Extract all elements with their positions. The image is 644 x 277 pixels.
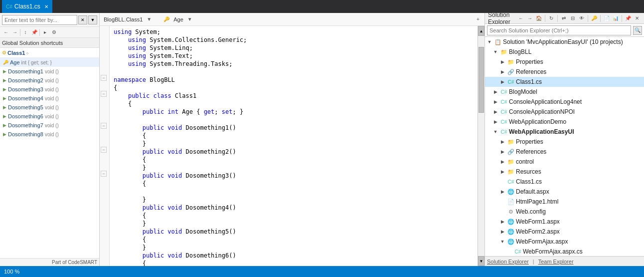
se-collapse-btn[interactable]: ⊟	[569, 14, 577, 22]
collapse-method3-btn[interactable]: −	[101, 171, 107, 177]
se-sync-btn[interactable]: ⇄	[560, 14, 568, 22]
se-close-btn[interactable]: ✕	[633, 14, 641, 22]
expand-blogmodel-btn[interactable]: ▶	[492, 88, 499, 95]
expand-webappeasyui-btn[interactable]: ▼	[492, 128, 499, 135]
expand-references-btn[interactable]: ▶	[499, 68, 506, 75]
se-nav-fwd-btn[interactable]: →	[526, 14, 534, 22]
code-text-area[interactable]: using System; using System.Collections.G…	[110, 26, 478, 266]
more-btn[interactable]: ▸	[41, 28, 49, 36]
se-home-btn[interactable]: 🏠	[535, 14, 543, 22]
collapse-method1-btn[interactable]: −	[101, 123, 107, 129]
se-properties-btn[interactable]: 🔑	[590, 14, 598, 22]
member-dosomething3[interactable]: ▶ Dosomething3 void ()	[0, 85, 99, 94]
se-search-input[interactable]	[487, 25, 631, 35]
member-dosomething2[interactable]: ▶ Dosomething2 void ()	[0, 76, 99, 85]
settings-btn[interactable]: ⚙	[50, 28, 58, 36]
expand-webform2-btn[interactable]: ▶	[499, 228, 506, 235]
se-references-item[interactable]: ▶ 🔗 References	[485, 67, 644, 77]
expand-webappdemo-btn[interactable]: ▶	[492, 118, 499, 125]
properties-label: Properties	[516, 58, 543, 65]
expand-webformajax-btn[interactable]: ▼	[499, 238, 506, 245]
se-solution-explorer-tab[interactable]: Solution Explorer	[487, 259, 529, 265]
expand-solution-btn[interactable]: ▼	[486, 38, 493, 45]
se-preview-btn[interactable]: 📄	[603, 14, 611, 22]
expand-properties-btn[interactable]: ▶	[499, 58, 506, 65]
scroll-up-btn[interactable]: ▲	[478, 26, 484, 36]
se-show-all-btn[interactable]: 👁	[578, 14, 586, 22]
expand-control-btn[interactable]: ▶	[499, 158, 506, 165]
se-webformajax[interactable]: ▼ 🌐 WebFormAjax.aspx	[485, 237, 644, 247]
expand-default-btn[interactable]: ▶	[499, 188, 506, 195]
member-dosomething6[interactable]: ▶ Dosomething6 void ()	[0, 112, 99, 121]
tab-close-btn[interactable]: ✕	[44, 4, 48, 9]
se-search-btn[interactable]: 🔍	[633, 26, 642, 35]
filter-clear-btn[interactable]: ✕	[78, 15, 87, 24]
se-team-explorer-tab[interactable]: Team Explorer	[538, 259, 574, 265]
code-line-3: using System.Linq;	[114, 44, 474, 52]
se-webform2[interactable]: ▶ 🌐 WebForm2.aspx	[485, 227, 644, 237]
se-class1-item[interactable]: ▶ C# Class1.cs	[485, 77, 644, 87]
member-dosomething1[interactable]: ▶ Dosomething1 void ()	[0, 67, 99, 76]
se-default-aspx[interactable]: ▶ 🌐 Default.aspx	[485, 187, 644, 197]
class-item[interactable]: ⚙ Class1 ⬦	[0, 48, 99, 58]
expand-webappeasyui-ref-btn[interactable]: ▶	[499, 148, 506, 155]
se-webappeasyui-item[interactable]: ▼ C# WebApplicationEasyUI	[485, 127, 644, 137]
expand-webappeasyui-prop-btn[interactable]: ▶	[499, 138, 506, 145]
member-dosomething8[interactable]: ▶ Dosomething8 void ()	[0, 130, 99, 139]
editor-scrollbar[interactable]: ▲ ▼	[478, 26, 484, 266]
filter-input[interactable]	[2, 15, 77, 25]
expand-all-btn[interactable]: +	[474, 15, 483, 24]
se-webappeasyui-class1[interactable]: C# Class1.cs	[485, 177, 644, 187]
sort-btn[interactable]: ↕	[21, 28, 29, 36]
class1-tab[interactable]: C# Class1.cs ✕	[2, 0, 52, 13]
se-blogbll-item[interactable]: ▼ 📁 BlogBLL	[485, 47, 644, 57]
member-dosomething4[interactable]: ▶ Dosomething4 void ()	[0, 94, 99, 103]
expand-npoi-btn[interactable]: ▶	[492, 108, 499, 115]
se-blogmodel-item[interactable]: ▶ C# BlogModel	[485, 87, 644, 97]
se-nav-back-btn[interactable]: ←	[517, 14, 525, 22]
se-webform1[interactable]: ▶ 🌐 WebForm1.aspx	[485, 217, 644, 227]
scroll-thumb[interactable]	[479, 47, 484, 113]
member-dosomething5[interactable]: ▶ Dosomething5 void ()	[0, 103, 99, 112]
se-refresh-btn[interactable]: ↻	[547, 14, 555, 22]
se-htmlpage1[interactable]: 📄 HtmlPage1.html	[485, 197, 644, 207]
collapse-method2-btn[interactable]: −	[101, 147, 107, 153]
member-age[interactable]: 🔑 Age int { get; set; }	[0, 58, 99, 67]
se-webconfig[interactable]: ⚙ Web.config	[485, 207, 644, 217]
expand-class1-btn[interactable]: ▶	[499, 78, 506, 85]
expand-waeasyui-class1-btn[interactable]	[499, 178, 506, 185]
member-dosomething7[interactable]: ▶ Dosomething7 void ()	[0, 121, 99, 130]
webform2-icon: 🌐	[507, 228, 515, 236]
filter-options-btn[interactable]: ▼	[88, 15, 97, 24]
expand-resurces-btn[interactable]: ▶	[499, 168, 506, 175]
se-webappeasyui-references[interactable]: ▶ 🔗 References	[485, 147, 644, 157]
breadcrumb-dropdown-1[interactable]: ▼	[147, 16, 152, 22]
se-resurces-item[interactable]: ▶ 📁 Resurces	[485, 167, 644, 177]
se-consoleapp-log4net-item[interactable]: ▶ C# ConsoleApplicationLog4net	[485, 97, 644, 107]
se-pin-btn[interactable]: 📌	[624, 14, 632, 22]
scroll-down-btn[interactable]: ▼	[478, 256, 484, 266]
se-properties-item[interactable]: ▶ 📁 Properties	[485, 57, 644, 67]
pin-btn[interactable]: 📌	[30, 28, 38, 36]
breadcrumb-dropdown-2[interactable]: ▼	[187, 16, 192, 22]
se-consoleapp-npoi-item[interactable]: ▶ C# ConsoleApplicationNPOI	[485, 107, 644, 117]
expand-log4net-btn[interactable]: ▶	[492, 98, 499, 105]
expand-webform1-btn[interactable]: ▶	[499, 218, 506, 225]
expand-webformajax-cs-btn[interactable]	[506, 248, 513, 255]
se-webappdemo-item[interactable]: ▶ C# WebApplicationDemo	[485, 117, 644, 127]
se-webappeasyui-properties[interactable]: ▶ 📁 Properties	[485, 137, 644, 147]
se-webformajax-cs[interactable]: C# WebFormAjax.aspx.cs	[485, 247, 644, 256]
method-icon-5: ▶	[3, 105, 6, 110]
nav-back-btn[interactable]: ←	[2, 28, 10, 36]
collapse-class-btn[interactable]: −	[101, 91, 107, 97]
nav-forward-btn[interactable]: →	[11, 28, 19, 36]
code-line-24: {	[114, 212, 474, 220]
se-git-btn[interactable]: 📊	[612, 14, 620, 22]
se-control-item[interactable]: ▶ 📁 control	[485, 157, 644, 167]
expand-webconfig-btn[interactable]	[499, 208, 506, 215]
expand-blogbll-btn[interactable]: ▼	[492, 48, 499, 55]
expand-htmlpage1-btn[interactable]	[499, 198, 506, 205]
member-type-7: void ()	[45, 123, 59, 128]
se-solution-item[interactable]: ▼ 📋 Solution 'MvcApplicationEasyUI' (10 …	[485, 37, 644, 47]
collapse-namespace-btn[interactable]: −	[101, 75, 107, 81]
